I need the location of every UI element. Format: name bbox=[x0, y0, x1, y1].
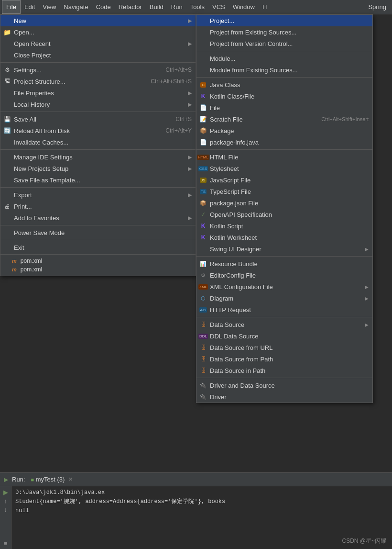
swing-label: Swing UI Designer bbox=[210, 246, 261, 253]
menu-item-open-recent[interactable]: Open Recent ▶ bbox=[0, 38, 196, 49]
menu-item-local-history[interactable]: Local History ▶ bbox=[0, 99, 196, 110]
file-menu-pom2[interactable]: m pom.xml bbox=[4, 265, 192, 274]
xml-config-label: XML Configuration File bbox=[210, 283, 273, 291]
submenu-diagram[interactable]: ⬡ Diagram ▶ bbox=[196, 292, 372, 304]
menu-build[interactable]: Build bbox=[146, 0, 167, 14]
submenu-project-vcs[interactable]: Project from Version Control... bbox=[196, 38, 372, 49]
ide-icon bbox=[3, 153, 11, 161]
menu-item-power-save[interactable]: Power Save Mode bbox=[0, 227, 196, 238]
pom2-file-label: pom.xml bbox=[21, 266, 42, 273]
java-class-icon: C bbox=[199, 81, 207, 89]
menu-refactor[interactable]: Refactor bbox=[115, 0, 146, 14]
file-menu-pom1[interactable]: m pom.xml bbox=[4, 257, 192, 265]
submenu-kotlin-script[interactable]: K Kotlin Script bbox=[196, 220, 372, 232]
menu-item-favorites[interactable]: Add to Favorites ▶ bbox=[0, 212, 196, 224]
menu-view[interactable]: View bbox=[39, 0, 60, 14]
invalidate-icon bbox=[3, 138, 11, 146]
menu-item-save-all[interactable]: 💾 Save All Ctrl+S bbox=[0, 113, 196, 125]
submenu-module[interactable]: Module... bbox=[196, 53, 372, 64]
settings-icon: ⚙ bbox=[3, 66, 11, 74]
menu-item-project-structure[interactable]: 🏗 Project Structure... Ctrl+Alt+Shift+S bbox=[0, 76, 196, 87]
open-label: Open... bbox=[14, 29, 192, 36]
export-arrow: ▶ bbox=[188, 192, 192, 198]
menu-item-invalidate[interactable]: Invalidate Caches... bbox=[0, 136, 196, 148]
local-history-label: Local History bbox=[14, 101, 188, 108]
exit-label: Exit bbox=[14, 244, 192, 251]
menu-item-close-project[interactable]: Close Project bbox=[0, 49, 196, 61]
favorites-arrow: ▶ bbox=[188, 215, 192, 221]
submenu-datasource[interactable]: 🗄 Data Source ▶ bbox=[196, 319, 372, 330]
menu-navigate[interactable]: Navigate bbox=[60, 0, 92, 14]
menu-code[interactable]: Code bbox=[92, 0, 115, 14]
js-label: JavaScript File bbox=[210, 177, 250, 184]
h-label: H bbox=[262, 3, 267, 11]
run-tab-close[interactable]: ✕ bbox=[68, 476, 73, 482]
submenu-package[interactable]: 📦 Package bbox=[196, 125, 372, 136]
submenu-datasource-path[interactable]: 🗄 Data Source from Path bbox=[196, 353, 372, 365]
sep3 bbox=[0, 149, 196, 150]
submenu-datasource-url[interactable]: 🗄 Data Source from URL bbox=[196, 342, 372, 353]
run-menu-btn[interactable]: ≡ bbox=[2, 539, 10, 547]
vcs-icon bbox=[199, 40, 207, 47]
submenu-ts[interactable]: TS TypeScript File bbox=[196, 186, 372, 197]
run-up-btn[interactable]: ↑ bbox=[2, 497, 10, 504]
submenu-js[interactable]: JS JavaScript File bbox=[196, 174, 372, 186]
submenu-openapi[interactable]: ✓ OpenAPI Specification bbox=[196, 209, 372, 220]
submenu-kotlin-class[interactable]: K Kotlin Class/File bbox=[196, 90, 372, 102]
menu-window[interactable]: Window bbox=[229, 0, 259, 14]
menu-file[interactable]: File bbox=[2, 0, 21, 14]
submenu-java-class[interactable]: C Java Class bbox=[196, 79, 372, 90]
submenu-driver-datasource[interactable]: 🔌 Driver and Data Source bbox=[196, 380, 372, 391]
menu-item-print[interactable]: 🖨 Print... bbox=[0, 201, 196, 212]
submenu-file[interactable]: 📄 File bbox=[196, 102, 372, 113]
manage-ide-label: Manage IDE Settings bbox=[14, 154, 188, 161]
xml-icon: XML bbox=[199, 283, 207, 291]
submenu-scratch[interactable]: 📝 Scratch File Ctrl+Alt+Shift+Insert bbox=[196, 113, 372, 125]
menu-item-new-projects[interactable]: New Projects Setup ▶ bbox=[0, 163, 196, 174]
run-play-btn[interactable]: ▶ bbox=[2, 488, 10, 496]
submenu-package-json[interactable]: 📦 package.json File bbox=[196, 197, 372, 209]
submenu-stylesheet[interactable]: CSS Stylesheet bbox=[196, 163, 372, 174]
menu-run[interactable]: Run bbox=[167, 0, 186, 14]
submenu-xml-config[interactable]: XML XML Configuration File ▶ bbox=[196, 281, 372, 292]
submenu-html[interactable]: HTML HTML File bbox=[196, 151, 372, 163]
submenu-swing-ui[interactable]: Swing UI Designer ▶ bbox=[196, 243, 372, 255]
menu-item-save-template[interactable]: Save File as Template... bbox=[0, 174, 196, 186]
save-icon: 💾 bbox=[3, 115, 11, 123]
sep5 bbox=[0, 225, 196, 225]
submenu-project-existing[interactable]: Project from Existing Sources... bbox=[196, 26, 372, 38]
code-label: Code bbox=[96, 3, 111, 11]
submenu-datasource-inpath[interactable]: 🗄 Data Source in Path bbox=[196, 365, 372, 376]
menu-tools[interactable]: Tools bbox=[186, 0, 208, 14]
submenu-editorconfig[interactable]: ⚙ EditorConfig File bbox=[196, 269, 372, 281]
invalidate-label: Invalidate Caches... bbox=[14, 139, 192, 146]
sub-sep3 bbox=[196, 149, 372, 150]
menu-item-exit[interactable]: Exit bbox=[0, 242, 196, 253]
menu-h[interactable]: H bbox=[259, 0, 271, 14]
run-down-btn[interactable]: ↓ bbox=[2, 505, 10, 513]
menu-item-file-properties[interactable]: File Properties ▶ bbox=[0, 87, 196, 99]
package-json-icon: 📦 bbox=[199, 199, 207, 207]
submenu-http-request[interactable]: API HTTP Request bbox=[196, 304, 372, 315]
run-tab-label: ■ myTest (3) bbox=[31, 476, 65, 483]
file-properties-label: File Properties bbox=[14, 90, 188, 97]
submenu-project[interactable]: Project... bbox=[196, 15, 372, 26]
submenu-ddl[interactable]: DDL DDL Data Source bbox=[196, 330, 372, 342]
submenu-resource-bundle[interactable]: 📊 Resource Bundle bbox=[196, 258, 372, 269]
menu-vcs[interactable]: VCS bbox=[208, 0, 229, 14]
menu-item-reload[interactable]: 🔄 Reload All from Disk Ctrl+Alt+Y bbox=[0, 125, 196, 136]
datasource-url-label: Data Source from URL bbox=[210, 344, 273, 351]
export-label: Export bbox=[14, 191, 188, 199]
menu-item-export[interactable]: Export ▶ bbox=[0, 189, 196, 201]
menu-item-new[interactable]: New ▶ bbox=[0, 15, 196, 26]
submenu-driver[interactable]: 🔌 Driver bbox=[196, 391, 372, 403]
menu-edit[interactable]: Edit bbox=[21, 0, 39, 14]
scratch-shortcut: Ctrl+Alt+Shift+Insert bbox=[321, 116, 369, 122]
submenu-package-info[interactable]: 📄 package-info.java bbox=[196, 136, 372, 148]
menu-item-settings[interactable]: ⚙ Settings... Ctrl+Alt+S bbox=[0, 64, 196, 76]
submenu-kotlin-worksheet[interactable]: K Kotlin Worksheet bbox=[196, 232, 372, 243]
driver-ds-icon: 🔌 bbox=[199, 381, 207, 389]
menu-item-open[interactable]: 📁 Open... bbox=[0, 26, 196, 38]
submenu-module-existing[interactable]: Module from Existing Sources... bbox=[196, 64, 372, 76]
menu-item-manage-ide[interactable]: Manage IDE Settings ▶ bbox=[0, 151, 196, 163]
